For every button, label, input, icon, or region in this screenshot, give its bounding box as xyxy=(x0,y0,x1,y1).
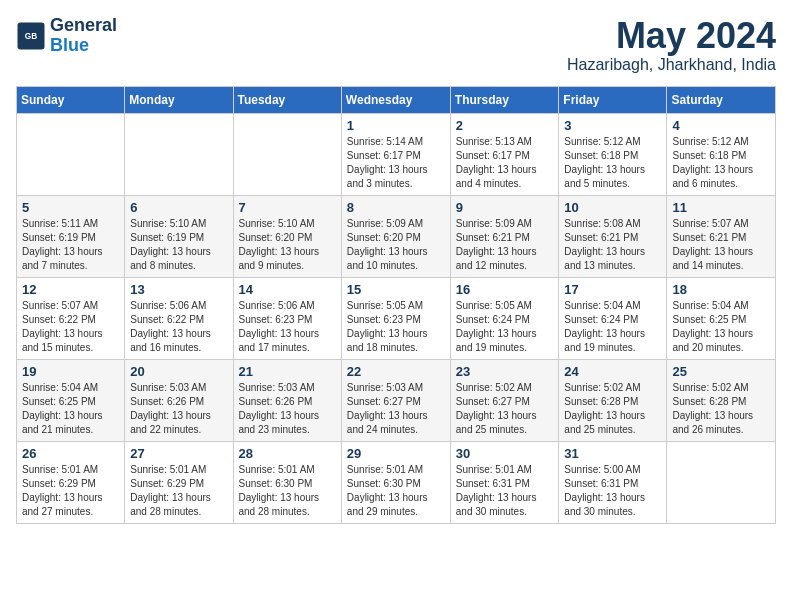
day-info: Sunrise: 5:01 AMSunset: 6:29 PMDaylight:… xyxy=(22,463,119,519)
day-info: Sunrise: 5:09 AMSunset: 6:20 PMDaylight:… xyxy=(347,217,445,273)
day-info: Sunrise: 5:02 AMSunset: 6:28 PMDaylight:… xyxy=(564,381,661,437)
day-number: 10 xyxy=(564,200,661,215)
day-number: 24 xyxy=(564,364,661,379)
day-number: 23 xyxy=(456,364,554,379)
calendar-cell: 19Sunrise: 5:04 AMSunset: 6:25 PMDayligh… xyxy=(17,359,125,441)
calendar-cell: 12Sunrise: 5:07 AMSunset: 6:22 PMDayligh… xyxy=(17,277,125,359)
calendar-cell: 13Sunrise: 5:06 AMSunset: 6:22 PMDayligh… xyxy=(125,277,233,359)
day-info: Sunrise: 5:06 AMSunset: 6:22 PMDaylight:… xyxy=(130,299,227,355)
location-title: Hazaribagh, Jharkhand, India xyxy=(567,56,776,74)
day-number: 19 xyxy=(22,364,119,379)
day-info: Sunrise: 5:07 AMSunset: 6:21 PMDaylight:… xyxy=(672,217,770,273)
calendar-cell: 30Sunrise: 5:01 AMSunset: 6:31 PMDayligh… xyxy=(450,441,559,523)
day-info: Sunrise: 5:03 AMSunset: 6:27 PMDaylight:… xyxy=(347,381,445,437)
day-header-wednesday: Wednesday xyxy=(341,86,450,113)
logo-icon: GB xyxy=(16,21,46,51)
day-header-monday: Monday xyxy=(125,86,233,113)
calendar-cell: 21Sunrise: 5:03 AMSunset: 6:26 PMDayligh… xyxy=(233,359,341,441)
calendar-cell: 14Sunrise: 5:06 AMSunset: 6:23 PMDayligh… xyxy=(233,277,341,359)
month-title: May 2024 xyxy=(567,16,776,56)
day-number: 18 xyxy=(672,282,770,297)
day-header-sunday: Sunday xyxy=(17,86,125,113)
day-number: 17 xyxy=(564,282,661,297)
day-info: Sunrise: 5:12 AMSunset: 6:18 PMDaylight:… xyxy=(672,135,770,191)
calendar-week-2: 5Sunrise: 5:11 AMSunset: 6:19 PMDaylight… xyxy=(17,195,776,277)
day-number: 27 xyxy=(130,446,227,461)
day-info: Sunrise: 5:08 AMSunset: 6:21 PMDaylight:… xyxy=(564,217,661,273)
calendar-cell: 18Sunrise: 5:04 AMSunset: 6:25 PMDayligh… xyxy=(667,277,776,359)
calendar-cell xyxy=(233,113,341,195)
calendar-cell: 29Sunrise: 5:01 AMSunset: 6:30 PMDayligh… xyxy=(341,441,450,523)
calendar-cell: 25Sunrise: 5:02 AMSunset: 6:28 PMDayligh… xyxy=(667,359,776,441)
day-number: 3 xyxy=(564,118,661,133)
calendar-cell: 16Sunrise: 5:05 AMSunset: 6:24 PMDayligh… xyxy=(450,277,559,359)
calendar-cell: 22Sunrise: 5:03 AMSunset: 6:27 PMDayligh… xyxy=(341,359,450,441)
calendar-cell: 8Sunrise: 5:09 AMSunset: 6:20 PMDaylight… xyxy=(341,195,450,277)
day-number: 22 xyxy=(347,364,445,379)
day-number: 1 xyxy=(347,118,445,133)
calendar-week-5: 26Sunrise: 5:01 AMSunset: 6:29 PMDayligh… xyxy=(17,441,776,523)
day-number: 4 xyxy=(672,118,770,133)
day-info: Sunrise: 5:00 AMSunset: 6:31 PMDaylight:… xyxy=(564,463,661,519)
calendar-cell: 9Sunrise: 5:09 AMSunset: 6:21 PMDaylight… xyxy=(450,195,559,277)
day-info: Sunrise: 5:13 AMSunset: 6:17 PMDaylight:… xyxy=(456,135,554,191)
day-number: 11 xyxy=(672,200,770,215)
calendar-week-4: 19Sunrise: 5:04 AMSunset: 6:25 PMDayligh… xyxy=(17,359,776,441)
calendar-cell: 11Sunrise: 5:07 AMSunset: 6:21 PMDayligh… xyxy=(667,195,776,277)
calendar-cell: 7Sunrise: 5:10 AMSunset: 6:20 PMDaylight… xyxy=(233,195,341,277)
calendar-cell: 1Sunrise: 5:14 AMSunset: 6:17 PMDaylight… xyxy=(341,113,450,195)
calendar-cell: 5Sunrise: 5:11 AMSunset: 6:19 PMDaylight… xyxy=(17,195,125,277)
day-info: Sunrise: 5:04 AMSunset: 6:25 PMDaylight:… xyxy=(22,381,119,437)
day-number: 28 xyxy=(239,446,336,461)
day-info: Sunrise: 5:10 AMSunset: 6:20 PMDaylight:… xyxy=(239,217,336,273)
title-area: May 2024 Hazaribagh, Jharkhand, India xyxy=(567,16,776,74)
day-header-friday: Friday xyxy=(559,86,667,113)
day-info: Sunrise: 5:01 AMSunset: 6:30 PMDaylight:… xyxy=(239,463,336,519)
day-number: 21 xyxy=(239,364,336,379)
day-number: 15 xyxy=(347,282,445,297)
day-info: Sunrise: 5:07 AMSunset: 6:22 PMDaylight:… xyxy=(22,299,119,355)
day-info: Sunrise: 5:06 AMSunset: 6:23 PMDaylight:… xyxy=(239,299,336,355)
calendar-cell: 31Sunrise: 5:00 AMSunset: 6:31 PMDayligh… xyxy=(559,441,667,523)
calendar-week-1: 1Sunrise: 5:14 AMSunset: 6:17 PMDaylight… xyxy=(17,113,776,195)
header: GB General Blue May 2024 Hazaribagh, Jha… xyxy=(16,16,776,74)
calendar-cell: 15Sunrise: 5:05 AMSunset: 6:23 PMDayligh… xyxy=(341,277,450,359)
day-number: 9 xyxy=(456,200,554,215)
calendar-cell: 28Sunrise: 5:01 AMSunset: 6:30 PMDayligh… xyxy=(233,441,341,523)
day-info: Sunrise: 5:05 AMSunset: 6:24 PMDaylight:… xyxy=(456,299,554,355)
calendar: SundayMondayTuesdayWednesdayThursdayFrid… xyxy=(16,86,776,524)
day-info: Sunrise: 5:02 AMSunset: 6:28 PMDaylight:… xyxy=(672,381,770,437)
day-number: 16 xyxy=(456,282,554,297)
calendar-cell: 23Sunrise: 5:02 AMSunset: 6:27 PMDayligh… xyxy=(450,359,559,441)
day-info: Sunrise: 5:01 AMSunset: 6:30 PMDaylight:… xyxy=(347,463,445,519)
calendar-header-row: SundayMondayTuesdayWednesdayThursdayFrid… xyxy=(17,86,776,113)
day-info: Sunrise: 5:12 AMSunset: 6:18 PMDaylight:… xyxy=(564,135,661,191)
day-info: Sunrise: 5:02 AMSunset: 6:27 PMDaylight:… xyxy=(456,381,554,437)
day-number: 13 xyxy=(130,282,227,297)
day-number: 14 xyxy=(239,282,336,297)
day-info: Sunrise: 5:01 AMSunset: 6:31 PMDaylight:… xyxy=(456,463,554,519)
day-number: 20 xyxy=(130,364,227,379)
calendar-cell xyxy=(17,113,125,195)
day-header-saturday: Saturday xyxy=(667,86,776,113)
calendar-cell xyxy=(667,441,776,523)
day-info: Sunrise: 5:03 AMSunset: 6:26 PMDaylight:… xyxy=(130,381,227,437)
day-info: Sunrise: 5:14 AMSunset: 6:17 PMDaylight:… xyxy=(347,135,445,191)
calendar-week-3: 12Sunrise: 5:07 AMSunset: 6:22 PMDayligh… xyxy=(17,277,776,359)
svg-text:GB: GB xyxy=(25,32,37,41)
logo-text: General Blue xyxy=(50,16,117,56)
day-number: 12 xyxy=(22,282,119,297)
day-info: Sunrise: 5:03 AMSunset: 6:26 PMDaylight:… xyxy=(239,381,336,437)
day-info: Sunrise: 5:05 AMSunset: 6:23 PMDaylight:… xyxy=(347,299,445,355)
calendar-cell: 24Sunrise: 5:02 AMSunset: 6:28 PMDayligh… xyxy=(559,359,667,441)
day-number: 7 xyxy=(239,200,336,215)
day-number: 31 xyxy=(564,446,661,461)
calendar-cell xyxy=(125,113,233,195)
calendar-cell: 27Sunrise: 5:01 AMSunset: 6:29 PMDayligh… xyxy=(125,441,233,523)
day-header-tuesday: Tuesday xyxy=(233,86,341,113)
day-number: 29 xyxy=(347,446,445,461)
day-header-thursday: Thursday xyxy=(450,86,559,113)
day-number: 30 xyxy=(456,446,554,461)
calendar-cell: 17Sunrise: 5:04 AMSunset: 6:24 PMDayligh… xyxy=(559,277,667,359)
day-info: Sunrise: 5:09 AMSunset: 6:21 PMDaylight:… xyxy=(456,217,554,273)
